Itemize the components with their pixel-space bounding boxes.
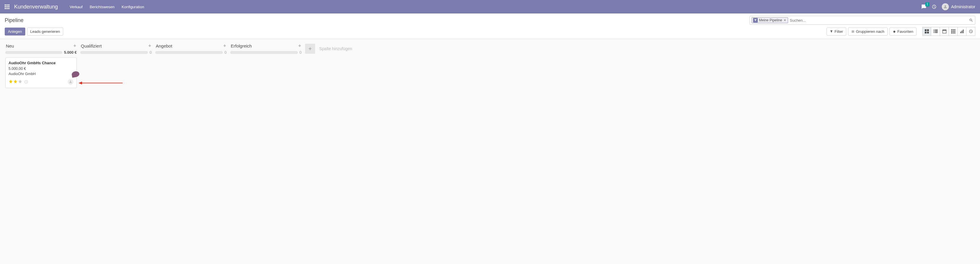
kanban-view-icon[interactable] (923, 27, 931, 36)
quick-create-icon[interactable]: + (298, 43, 301, 48)
svg-rect-2 (8, 5, 10, 6)
kanban-column-neu: Neu + 5.000 € AudioOhr GmbHs Chance 5.00… (3, 41, 78, 90)
groupby-button[interactable]: Gruppieren nach (848, 28, 888, 35)
graph-view-icon[interactable] (958, 27, 966, 36)
column-title[interactable]: Angebot (156, 43, 172, 48)
svg-rect-3 (5, 6, 6, 7)
svg-rect-9 (925, 29, 926, 31)
pivot-view-icon[interactable] (949, 27, 958, 36)
user-avatar-icon (942, 3, 949, 10)
column-title[interactable]: Erfolgreich (231, 43, 252, 48)
facet-remove-icon[interactable]: × (783, 18, 787, 22)
svg-rect-28 (953, 33, 954, 34)
activity-clock-icon[interactable] (24, 80, 28, 84)
svg-rect-1 (6, 5, 8, 6)
favorites-button[interactable]: Favoriten (889, 28, 916, 35)
clock-icon[interactable] (932, 5, 937, 9)
svg-rect-26 (954, 31, 955, 32)
nav-menu-berichtswesen[interactable]: Berichtswesen (90, 5, 115, 9)
svg-rect-21 (951, 29, 952, 30)
svg-rect-23 (954, 29, 955, 30)
nav-menu-verkauf[interactable]: Verkauf (70, 5, 83, 9)
svg-rect-17 (934, 32, 934, 33)
filter-buttons: Filter Gruppieren nach Favoriten (827, 28, 916, 35)
control-panel: Pipeline Meine Pipeline × Anlegen Leads … (0, 14, 980, 39)
column-progressbar (230, 51, 298, 54)
facet-text: Meine Pipeline (759, 18, 782, 22)
groupby-label: Gruppieren nach (856, 29, 885, 34)
priority-stars[interactable] (8, 79, 22, 84)
svg-rect-20 (942, 30, 946, 31)
quick-create-icon[interactable]: + (148, 43, 151, 48)
column-progressbar (155, 51, 223, 54)
svg-rect-7 (6, 8, 8, 9)
svg-marker-34 (78, 82, 82, 84)
svg-rect-31 (961, 30, 963, 33)
column-total: 0 (224, 50, 227, 55)
chat-icon[interactable]: 1 (921, 4, 926, 9)
card-user-avatar-icon[interactable] (68, 79, 73, 85)
breadcrumb: Pipeline (5, 17, 24, 24)
svg-rect-13 (934, 30, 934, 30)
svg-rect-5 (8, 6, 10, 7)
view-switcher (923, 27, 975, 36)
svg-rect-29 (954, 33, 955, 34)
column-title[interactable]: Qualifiziert (81, 43, 102, 48)
column-title[interactable]: Neu (6, 43, 14, 48)
svg-rect-6 (5, 8, 6, 9)
svg-rect-8 (8, 8, 10, 9)
card-customer: AudioOhr GmbH (8, 71, 73, 77)
column-progressbar (5, 51, 62, 54)
user-name: Administrator (951, 5, 975, 9)
search-box[interactable]: Meine Pipeline × (749, 16, 975, 25)
kanban-column-erfolgreich: Erfolgreich + 0 (228, 41, 303, 57)
app-title[interactable]: Kundenverwaltung (14, 4, 58, 10)
search-facet: Meine Pipeline × (752, 17, 788, 23)
star-fill-icon[interactable] (13, 79, 18, 84)
svg-rect-14 (935, 30, 938, 30)
annotation-arrow-icon (78, 80, 123, 87)
svg-rect-25 (953, 31, 954, 32)
svg-rect-10 (927, 29, 929, 31)
add-column-label: Spalte hinzufügen (319, 46, 352, 51)
svg-rect-11 (925, 32, 926, 33)
nav-right: 1 Administrator (921, 3, 975, 10)
search-icon[interactable] (969, 18, 973, 22)
search-input[interactable] (788, 18, 969, 22)
favorites-label: Favoriten (897, 29, 913, 34)
add-column[interactable]: + Spalte hinzufügen (303, 41, 354, 56)
svg-rect-32 (963, 30, 964, 33)
svg-rect-15 (934, 31, 934, 32)
funnel-icon (830, 30, 833, 33)
svg-rect-16 (935, 31, 938, 32)
calendar-view-icon[interactable] (940, 27, 949, 36)
kanban-board: Neu + 5.000 € AudioOhr GmbHs Chance 5.00… (0, 39, 980, 93)
generate-leads-button[interactable]: Leads generieren (27, 28, 63, 35)
star-fill-icon[interactable] (8, 79, 13, 84)
user-menu[interactable]: Administrator (942, 3, 975, 10)
quick-create-icon[interactable]: + (73, 43, 76, 48)
kanban-column-angebot: Angebot + 0 (153, 41, 228, 57)
svg-rect-27 (951, 33, 952, 34)
column-total: 0 (150, 50, 152, 55)
list-view-icon[interactable] (931, 27, 940, 36)
column-total: 0 (299, 50, 302, 55)
star-icon (893, 30, 896, 33)
create-button[interactable]: Anlegen (5, 28, 25, 35)
quick-create-icon[interactable]: + (223, 43, 226, 48)
filters-button[interactable]: Filter (827, 28, 846, 35)
svg-rect-18 (935, 32, 938, 33)
card-revenue: 5.000,00 € (8, 66, 73, 71)
activity-view-icon[interactable] (966, 27, 975, 36)
kanban-card[interactable]: AudioOhr GmbHs Chance 5.000,00 € AudioOh… (5, 57, 77, 88)
plus-icon[interactable]: + (305, 44, 315, 54)
list-icon (851, 30, 854, 33)
svg-rect-24 (951, 31, 952, 32)
nav-menu-konfiguration[interactable]: Konfiguration (122, 5, 144, 9)
svg-rect-22 (953, 29, 954, 30)
star-empty-icon[interactable] (18, 79, 22, 84)
funnel-icon (753, 18, 758, 22)
svg-rect-0 (5, 5, 6, 6)
chat-badge: 1 (925, 2, 929, 6)
apps-icon[interactable] (5, 5, 10, 9)
